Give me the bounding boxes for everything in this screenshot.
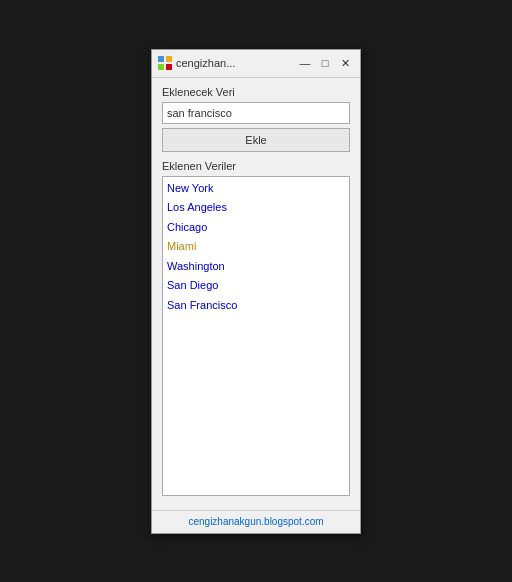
list-item[interactable]: San Francisco [163,296,349,316]
list-item[interactable]: Miami [163,237,349,257]
svg-rect-1 [166,56,172,62]
list-box[interactable]: New YorkLos AngelesChicagoMiamiWashingto… [162,176,350,496]
list-item[interactable]: Los Angeles [163,198,349,218]
app-window: cengizhan... — □ ✕ Eklenecek Veri Ekle E… [151,49,361,534]
svg-rect-0 [158,56,164,62]
input-label: Eklenecek Veri [162,86,350,98]
svg-rect-2 [158,64,164,70]
list-label: Eklenen Veriler [162,160,350,172]
add-button[interactable]: Ekle [162,128,350,152]
list-item[interactable]: San Diego [163,276,349,296]
minimize-button[interactable]: — [296,54,314,72]
maximize-button[interactable]: □ [316,54,334,72]
list-item[interactable]: New York [163,179,349,199]
app-icon [158,56,172,70]
data-input[interactable] [162,102,350,124]
window-title: cengizhan... [176,57,296,69]
title-buttons: — □ ✕ [296,54,354,72]
list-item[interactable]: Washington [163,257,349,277]
footer-link[interactable]: cengizhanakgun.blogspot.com [152,510,360,533]
list-item[interactable]: Chicago [163,218,349,238]
content-area: Eklenecek Veri Ekle Eklenen Veriler New … [152,78,360,504]
svg-rect-3 [166,64,172,70]
title-bar: cengizhan... — □ ✕ [152,50,360,78]
close-button[interactable]: ✕ [336,54,354,72]
